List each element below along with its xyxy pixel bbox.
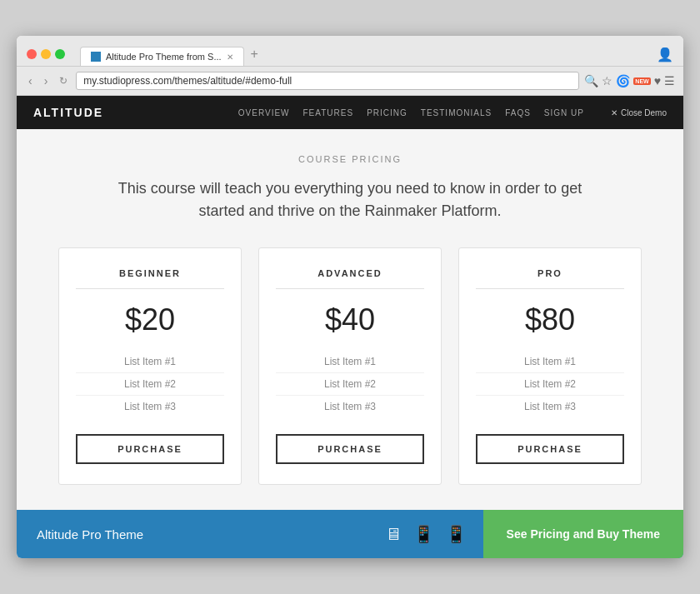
section-label: COURSE PRICING: [50, 154, 650, 164]
feature-item: List Item #3: [476, 396, 624, 417]
back-button[interactable]: ‹: [25, 72, 36, 89]
toolbar-icons: 🔍 ☆ 🌀 NEW ♥ ☰: [584, 74, 675, 87]
features-beginner: List Item #1 List Item #2 List Item #3: [76, 351, 224, 417]
nav-signup[interactable]: SIGN UP: [544, 108, 584, 117]
tier-beginner: BEGINNER: [76, 268, 224, 289]
new-tab-button[interactable]: +: [244, 42, 265, 66]
feature-item: List Item #3: [276, 396, 424, 417]
maximize-button[interactable]: [55, 49, 65, 59]
user-icon[interactable]: 👤: [657, 47, 673, 62]
traffic-lights: [27, 49, 65, 59]
purchase-advanced-button[interactable]: PURCHASE: [276, 434, 424, 464]
site-logo: ALTITUDE: [33, 106, 103, 119]
purchase-pro-button[interactable]: PURCHASE: [476, 434, 624, 464]
feature-item: List Item #2: [476, 373, 624, 396]
footer-device-icons: 🖥 📱 📱: [368, 510, 483, 558]
tab-favicon: [91, 52, 101, 62]
tier-advanced: ADVANCED: [276, 268, 424, 289]
pricing-cards: BEGINNER $20 List Item #1 List Item #2 L…: [50, 247, 650, 485]
tier-pro: PRO: [476, 268, 624, 289]
features-pro: List Item #1 List Item #2 List Item #3: [476, 351, 624, 417]
pricing-card-pro: PRO $80 List Item #1 List Item #2 List I…: [458, 247, 642, 485]
feature-item: List Item #1: [76, 351, 224, 373]
feature-item: List Item #1: [476, 351, 624, 373]
price-pro: $80: [476, 302, 624, 337]
bookmark-icon[interactable]: ☆: [602, 74, 612, 87]
nav-faqs[interactable]: FAQS: [505, 108, 531, 117]
nav-features[interactable]: FEATURES: [303, 108, 354, 117]
nav-pricing[interactable]: PRICING: [367, 108, 408, 117]
course-description: This course will teach you everything yo…: [100, 177, 600, 222]
tablet-icon[interactable]: 📱: [413, 524, 434, 544]
feature-item: List Item #3: [76, 396, 224, 417]
feature-item: List Item #1: [276, 351, 424, 373]
footer-theme-name: Altitude Pro Theme: [17, 510, 368, 558]
url-input[interactable]: [76, 72, 579, 90]
see-pricing-button[interactable]: See Pricing and Buy Theme: [483, 510, 683, 558]
price-advanced: $40: [276, 302, 424, 337]
tab-title: Altitude Pro Theme from S...: [106, 52, 222, 62]
mobile-icon[interactable]: 📱: [446, 524, 467, 544]
pricing-card-beginner: BEGINNER $20 List Item #1 List Item #2 L…: [58, 247, 242, 485]
nav-testimonials[interactable]: TESTIMONIALS: [421, 108, 492, 117]
refresh-button[interactable]: ↻: [56, 73, 71, 88]
close-button[interactable]: [27, 49, 37, 59]
close-demo-label: Close Demo: [621, 108, 667, 117]
address-bar: ‹ › ↻ 🔍 ☆ 🌀 NEW ♥ ☰: [17, 67, 683, 96]
extension-icon[interactable]: 🌀: [616, 74, 630, 87]
menu-icon[interactable]: ☰: [664, 74, 675, 87]
new-badge: NEW: [633, 77, 650, 85]
tab-bar: Altitude Pro Theme from S... ✕ +: [80, 42, 265, 66]
close-demo-area[interactable]: ✕ Close Demo: [611, 108, 667, 117]
site-header: ALTITUDE OVERVIEW FEATURES PRICING TESTI…: [17, 96, 683, 129]
search-icon[interactable]: 🔍: [584, 74, 598, 87]
forward-button[interactable]: ›: [41, 72, 52, 89]
tab-close-icon[interactable]: ✕: [227, 52, 233, 62]
purchase-beginner-button[interactable]: PURCHASE: [76, 434, 224, 464]
main-content: COURSE PRICING This course will teach yo…: [17, 129, 683, 510]
feature-item: List Item #2: [76, 373, 224, 396]
close-x-icon: ✕: [611, 108, 618, 117]
pricing-card-advanced: ADVANCED $40 List Item #1 List Item #2 L…: [258, 247, 442, 485]
title-bar: Altitude Pro Theme from S... ✕ + 👤: [17, 36, 683, 67]
feature-item: List Item #2: [276, 373, 424, 396]
minimize-button[interactable]: [41, 49, 51, 59]
site-nav: OVERVIEW FEATURES PRICING TESTIMONIALS F…: [238, 108, 667, 117]
nav-overview[interactable]: OVERVIEW: [238, 108, 290, 117]
active-tab[interactable]: Altitude Pro Theme from S... ✕: [80, 47, 244, 66]
heart-icon[interactable]: ♥: [654, 74, 661, 87]
features-advanced: List Item #1 List Item #2 List Item #3: [276, 351, 424, 417]
browser-window: Altitude Pro Theme from S... ✕ + 👤 ‹ › ↻…: [17, 36, 683, 558]
desktop-icon[interactable]: 🖥: [385, 525, 402, 544]
footer-bar: Altitude Pro Theme 🖥 📱 📱 See Pricing and…: [17, 510, 683, 558]
price-beginner: $20: [76, 302, 224, 337]
